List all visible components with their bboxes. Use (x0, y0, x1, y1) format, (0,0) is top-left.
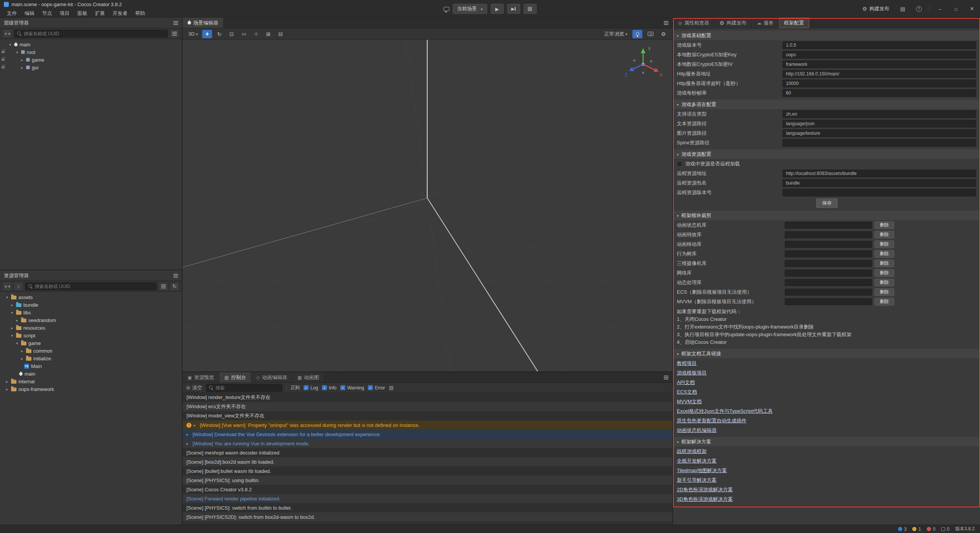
filter-warning[interactable]: Warning (340, 385, 364, 391)
solution-link[interactable]: 2D角色扮演游戏解决方案 (677, 486, 733, 493)
clear-console-button[interactable]: 清空 (186, 384, 202, 392)
view-mode-select[interactable]: 正常浏览 (602, 30, 629, 38)
asset-item[interactable]: seedrandom (0, 316, 182, 324)
preview-target-icon[interactable] (444, 7, 449, 11)
property-input[interactable] (782, 170, 976, 177)
preview-scene-select[interactable]: 当前场景 (453, 4, 487, 14)
tab-build-publish[interactable]: 构建发布 (714, 18, 752, 28)
menu-node[interactable]: 节点 (39, 10, 55, 17)
camera-settings-button[interactable] (645, 30, 655, 38)
lock-icon[interactable] (2, 51, 5, 53)
property-input[interactable] (782, 41, 976, 49)
log-row[interactable]: [Window] render_texture文件夹不存在 (183, 393, 672, 402)
delete-module-button[interactable]: 删除 (874, 240, 894, 248)
lock-gutter[interactable] (0, 59, 6, 61)
asset-item[interactable]: Main (0, 362, 182, 370)
property-input[interactable] (782, 179, 976, 187)
expand-arrow-icon[interactable] (20, 356, 24, 361)
tab-property-inspector[interactable]: ◎属性检查器 (673, 18, 714, 28)
tab-framework-config[interactable]: 框架配置 (779, 18, 809, 28)
solution-link[interactable]: 战棋游戏框架 (677, 448, 707, 455)
log-row[interactable]: [Window] ecs文件夹不存在 (183, 402, 672, 411)
snap-toggle-button[interactable] (276, 30, 286, 38)
menu-extension[interactable]: 扩展 (92, 10, 108, 17)
tab-animation-editor[interactable]: ◇动画编辑器 (252, 372, 292, 383)
hierarchy-search-input[interactable] (24, 31, 165, 36)
property-input[interactable] (782, 80, 976, 87)
expand-arrow-icon[interactable] (15, 50, 19, 54)
doc-link[interactable]: MVVM文档 (677, 398, 702, 405)
expand-arrow-icon[interactable] (20, 58, 24, 62)
expand-arrow-icon[interactable] (10, 334, 14, 338)
close-button[interactable] (964, 0, 980, 18)
assets-search-input[interactable] (35, 284, 154, 289)
create-node-button[interactable] (3, 30, 11, 38)
menu-project[interactable]: 项目 (57, 10, 73, 17)
hierarchy-node-root[interactable]: root (0, 48, 182, 56)
module-path-field[interactable] (785, 241, 872, 248)
module-path-field[interactable] (785, 270, 872, 276)
property-input[interactable] (782, 120, 976, 128)
section-header-basic[interactable]: 游戏基础配置 (673, 31, 980, 40)
checkbox-unchecked[interactable] (677, 161, 682, 167)
expand-arrow-icon[interactable] (186, 441, 190, 446)
status-info-count[interactable]: 3 (898, 526, 907, 532)
log-row[interactable]: [Scene] Cocos Creator v3.8.2 (183, 485, 672, 494)
layout-button[interactable] (523, 4, 536, 14)
save-button[interactable]: 保存 (816, 198, 838, 208)
assets-filter-button[interactable] (159, 283, 168, 290)
property-input[interactable] (782, 129, 976, 137)
menu-panel[interactable]: 面板 (74, 10, 90, 17)
module-path-field[interactable] (785, 289, 872, 296)
delete-module-button[interactable]: 删除 (874, 231, 894, 239)
filter-error[interactable]: Error (368, 385, 385, 391)
delete-module-button[interactable]: 删除 (874, 279, 894, 286)
asset-item[interactable]: resources (0, 324, 182, 332)
play-button[interactable] (490, 4, 503, 14)
asset-item[interactable]: script (0, 332, 182, 339)
hierarchy-filter-button[interactable] (170, 30, 179, 38)
help-button[interactable] (911, 0, 927, 18)
panel-menu-icon[interactable] (664, 377, 668, 378)
solution-link[interactable]: Tiledmap地图解决方案 (677, 467, 727, 474)
expand-arrow-icon[interactable] (10, 303, 14, 307)
panel-menu-icon[interactable] (664, 23, 668, 23)
expand-arrow-icon[interactable] (20, 349, 24, 353)
log-row-info[interactable]: [Scene] Forward render pipeline initiali… (183, 494, 672, 503)
maximize-button[interactable] (948, 0, 964, 18)
console-search-input[interactable] (216, 385, 279, 391)
module-path-field[interactable] (785, 298, 872, 305)
panel-menu-icon[interactable] (173, 275, 178, 276)
section-header-resources[interactable]: 游戏资源配置 (673, 149, 980, 159)
regex-toggle[interactable]: 正则 (291, 384, 300, 391)
build-publish-button[interactable]: 构建发布 (857, 5, 895, 12)
expand-arrow-icon[interactable] (15, 341, 19, 345)
delete-module-button[interactable]: 删除 (874, 288, 894, 296)
panel-menu-icon[interactable] (173, 23, 178, 23)
filter-log[interactable]: Log (304, 385, 318, 391)
expand-arrow-icon[interactable] (8, 43, 12, 47)
minimize-button[interactable] (932, 0, 948, 18)
doc-link[interactable]: 游戏模板项目 (677, 370, 707, 376)
expand-arrow-icon[interactable] (186, 432, 190, 437)
axis-gizmo[interactable]: Y X Z (624, 44, 662, 83)
expand-arrow-icon[interactable] (194, 423, 198, 427)
log-row[interactable]: [Scene] [PHYSICS2D]: switch from box2d-w… (183, 512, 672, 522)
rect-tool-button[interactable] (239, 30, 249, 38)
property-input[interactable] (782, 51, 976, 59)
section-header-i18n[interactable]: 游戏多语言配置 (673, 100, 980, 109)
expand-arrow-icon[interactable] (20, 65, 24, 70)
scene-settings-button[interactable] (658, 30, 668, 38)
doc-link[interactable]: Excel格式转Json文件与TypeScript代码工具 (677, 408, 773, 415)
log-row-info[interactable]: [Window] You are running Vue in developm… (183, 439, 672, 448)
hierarchy-node-gui[interactable]: gui (0, 64, 182, 71)
module-path-field[interactable] (785, 279, 872, 286)
filter-info[interactable]: Info (322, 385, 336, 391)
section-header-modules[interactable]: 框架模块裁剪 (673, 211, 980, 220)
doc-link[interactable]: API文档 (677, 379, 695, 386)
log-row[interactable]: [Scene] [box2d]:box2d wasm lib loaded. (183, 457, 672, 466)
lock-gutter[interactable] (0, 51, 6, 53)
property-input[interactable] (782, 139, 976, 147)
asset-item[interactable]: bundle (0, 301, 182, 309)
tab-console[interactable]: ▤控制台 (219, 372, 251, 383)
